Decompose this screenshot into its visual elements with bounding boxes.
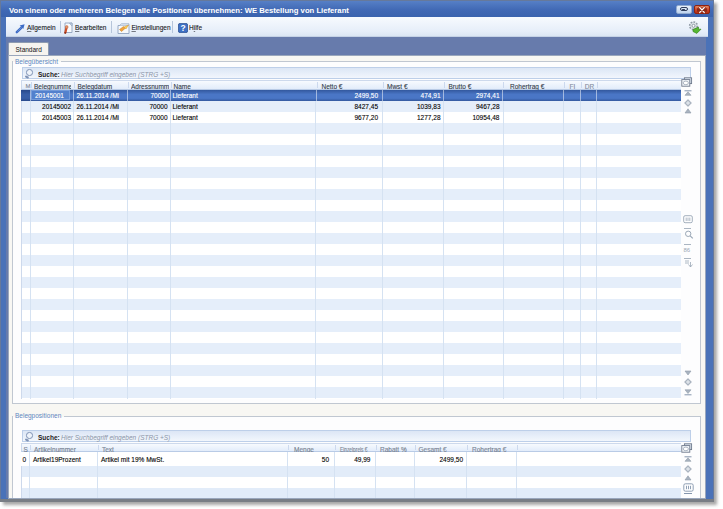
svg-text:?: ? <box>180 23 185 33</box>
